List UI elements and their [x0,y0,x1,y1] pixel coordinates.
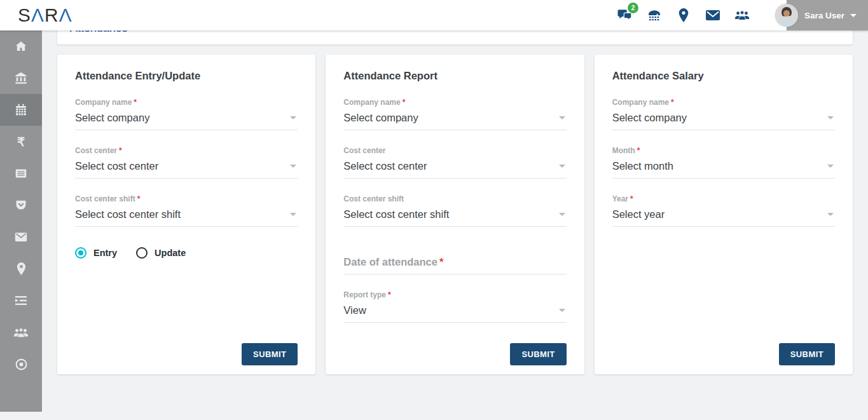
cost-center-shift-select[interactable]: Select cost center shift [343,203,566,227]
required-mark: * [134,98,137,107]
list-card-icon [14,166,28,180]
logo-letter: Λ [59,4,72,25]
field-label: Cost center [343,146,385,155]
sidebar-item-menu-list[interactable] [0,285,42,316]
field-label: Cost center shift [75,194,135,203]
chevron-down-icon [827,213,834,216]
radio-selected-icon [75,247,86,259]
app-header: SΛRΛ 2 [0,0,868,30]
card-title: Attendance Salary [612,70,835,82]
sidebar-item-attendance[interactable] [0,94,42,126]
fax-icon[interactable] [647,8,662,23]
submit-button[interactable]: SUBMIT [510,343,566,365]
bank-icon [14,71,28,85]
month-field: Month* Select month [612,146,835,179]
company-name-field: Company name* Select company [75,98,298,130]
cost-center-select[interactable]: Select cost center [343,155,566,179]
cost-center-field: Cost center* Select cost center [75,146,298,179]
report-type-select[interactable]: View [343,299,566,323]
field-label: Month [612,146,635,155]
sidebar-item-organization[interactable] [0,62,42,94]
pocket-icon [14,198,28,212]
user-menu[interactable]: Sara User [787,0,868,30]
attendance-salary-card: Attendance Salary Company name* Select c… [595,55,853,374]
card-title: Attendance Entry/Update [75,70,298,82]
report-type-field: Report type* View [343,290,566,323]
sidebar-item-mail[interactable] [0,221,42,253]
date-of-attendance-field: Date of attendance* [343,251,566,274]
rupee-icon: ₹ [17,136,25,148]
mail-icon[interactable] [705,8,720,23]
sidebar-item-location[interactable] [0,253,42,285]
required-mark: * [671,98,674,107]
field-label: Company name [343,98,400,107]
chevron-down-icon [559,309,565,312]
cards-row: Attendance Entry/Update Company name* Se… [57,55,853,374]
attendance-entry-update-card: Attendance Entry/Update Company name* Se… [57,55,315,374]
required-mark: * [439,256,443,268]
home-icon [14,39,28,53]
field-label: Year [612,194,628,203]
chevron-down-icon [559,213,565,216]
required-mark: * [403,98,406,107]
company-select[interactable]: Select company [612,107,835,130]
app-logo: SΛRΛ [18,6,72,25]
radio-update[interactable]: Update [136,247,186,259]
sidebar-item-target[interactable] [0,348,42,380]
submit-button[interactable]: SUBMIT [779,343,835,365]
chat-icon[interactable]: 2 [617,8,633,23]
sidebar-item-home[interactable] [0,30,42,62]
cost-center-field: Cost center Select cost center [343,146,566,179]
field-label: Cost center [75,146,117,155]
cost-center-select[interactable]: Select cost center [75,155,298,179]
chevron-down-icon [290,116,296,119]
user-name: Sara User [804,11,844,20]
chevron-down-icon [290,213,296,216]
main-content: Attendance Attendance Entry/Update Compa… [42,0,868,374]
chevron-down-icon [827,165,834,168]
required-mark: * [637,146,640,155]
field-label: Cost center shift [343,194,404,203]
attendance-report-card: Attendance Report Company name* Select c… [326,55,584,374]
mail-icon [14,231,28,243]
target-icon [15,358,28,371]
submit-button[interactable]: SUBMIT [242,343,298,365]
notification-badge: 2 [628,3,638,13]
logo-letter: S [18,4,31,25]
logo-letter: R [45,4,59,25]
logo-letter: Λ [31,4,45,25]
sidebar-item-reports[interactable] [0,158,42,189]
company-name-field: Company name* Select company [612,98,835,130]
required-mark: * [137,194,141,203]
radio-entry[interactable]: Entry [75,247,117,259]
card-title: Attendance Report [343,70,566,82]
sidebar: ₹ [0,30,42,412]
company-select[interactable]: Select company [343,107,566,130]
field-label: Company name [75,98,132,107]
calendar-icon [14,103,28,117]
sidebar-item-users[interactable] [0,316,42,348]
company-name-field: Company name* Select company [343,98,566,130]
cost-center-shift-select[interactable]: Select cost center shift [75,203,298,227]
field-label: Company name [612,98,669,107]
location-icon [16,262,27,276]
location-icon[interactable] [676,8,691,23]
avatar [775,4,798,27]
date-of-attendance-input[interactable]: Date of attendance* [343,251,566,274]
field-label: Report type [343,290,386,299]
chevron-down-icon [559,165,565,168]
indent-list-icon [13,294,29,307]
chevron-down-icon [559,116,565,119]
chevron-down-icon [850,14,857,17]
required-mark: * [630,194,633,203]
entry-update-radio-group: Entry Update [75,247,298,259]
month-select[interactable]: Select month [612,155,835,179]
sidebar-item-pocket[interactable] [0,189,42,221]
year-field: Year* Select year [612,194,835,227]
radio-unselected-icon [136,247,148,259]
year-select[interactable]: Select year [612,203,835,227]
company-select[interactable]: Select company [75,107,298,130]
sidebar-item-payroll[interactable]: ₹ [0,126,42,158]
user-group-icon[interactable] [734,8,750,23]
chevron-down-icon [290,165,296,168]
